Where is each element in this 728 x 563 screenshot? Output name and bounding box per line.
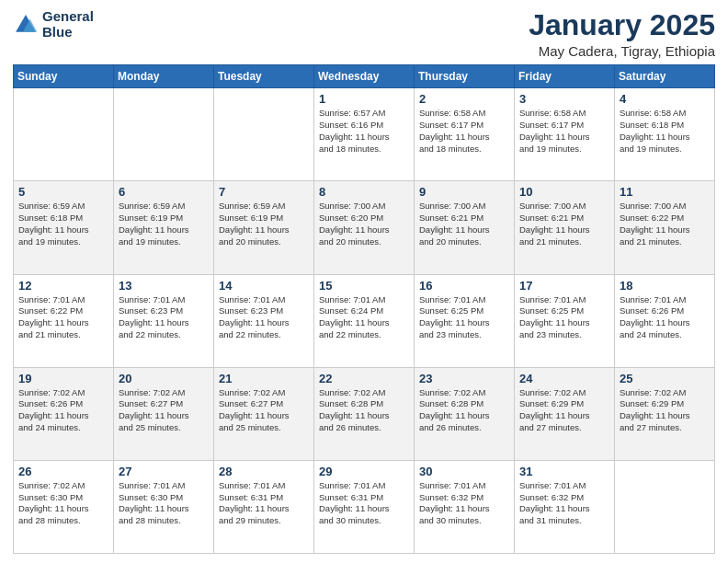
day-info: Sunrise: 7:00 AMSunset: 6:21 PMDaylight:… (419, 201, 509, 247)
day-info: Sunrise: 7:02 AMSunset: 6:29 PMDaylight:… (620, 387, 710, 434)
calendar-cell: 29Sunrise: 7:01 AMSunset: 6:31 PMDayligh… (314, 460, 415, 553)
day-number: 15 (319, 279, 409, 293)
day-info: Sunrise: 6:59 AMSunset: 6:18 PMDaylight:… (18, 201, 108, 247)
day-info: Sunrise: 7:00 AMSunset: 6:22 PMDaylight:… (620, 201, 710, 247)
day-info: Sunrise: 6:58 AMSunset: 6:17 PMDaylight:… (419, 108, 509, 155)
day-info: Sunrise: 7:01 AMSunset: 6:31 PMDaylight:… (319, 480, 409, 527)
weekday-header-wednesday: Wednesday (314, 65, 415, 88)
location-title: May Cadera, Tigray, Ethiopia (529, 43, 715, 59)
calendar-cell: 21Sunrise: 7:02 AMSunset: 6:27 PMDayligh… (214, 367, 314, 460)
day-info: Sunrise: 7:01 AMSunset: 6:24 PMDaylight:… (319, 294, 409, 341)
day-number: 1 (319, 92, 409, 106)
calendar-cell: 9Sunrise: 7:00 AMSunset: 6:21 PMDaylight… (415, 181, 515, 274)
weekday-header-thursday: Thursday (415, 65, 515, 88)
weekday-header-saturday: Saturday (615, 65, 715, 88)
calendar-table: SundayMondayTuesdayWednesdayThursdayFrid… (13, 64, 715, 554)
calendar-cell: 7Sunrise: 6:59 AMSunset: 6:19 PMDaylight… (214, 181, 314, 274)
day-number: 30 (419, 465, 509, 478)
logo-line2: Blue (42, 25, 94, 40)
day-info: Sunrise: 6:59 AMSunset: 6:19 PMDaylight:… (219, 201, 309, 247)
day-number: 12 (18, 279, 108, 293)
day-number: 2 (419, 92, 509, 106)
calendar-cell: 22Sunrise: 7:02 AMSunset: 6:28 PMDayligh… (314, 367, 415, 460)
day-number: 10 (519, 185, 609, 199)
day-info: Sunrise: 6:59 AMSunset: 6:19 PMDaylight:… (119, 201, 209, 247)
calendar-cell: 14Sunrise: 7:01 AMSunset: 6:23 PMDayligh… (214, 274, 314, 367)
day-info: Sunrise: 7:02 AMSunset: 6:27 PMDaylight:… (119, 387, 209, 434)
day-number: 29 (319, 465, 409, 478)
calendar-cell: 3Sunrise: 6:58 AMSunset: 6:17 PMDaylight… (515, 88, 615, 181)
day-number: 20 (119, 372, 209, 385)
calendar-cell: 12Sunrise: 7:01 AMSunset: 6:22 PMDayligh… (14, 274, 114, 367)
day-info: Sunrise: 7:00 AMSunset: 6:21 PMDaylight:… (519, 201, 609, 247)
calendar-cell (14, 88, 114, 181)
day-info: Sunrise: 7:02 AMSunset: 6:27 PMDaylight:… (219, 387, 309, 434)
day-number: 17 (519, 279, 609, 293)
day-info: Sunrise: 7:00 AMSunset: 6:20 PMDaylight:… (319, 201, 409, 247)
day-info: Sunrise: 7:02 AMSunset: 6:30 PMDaylight:… (18, 480, 108, 527)
calendar-cell: 8Sunrise: 7:00 AMSunset: 6:20 PMDaylight… (314, 181, 415, 274)
calendar-cell: 31Sunrise: 7:01 AMSunset: 6:32 PMDayligh… (515, 460, 615, 553)
logo: General Blue (13, 9, 94, 40)
day-number: 11 (620, 185, 710, 199)
calendar-cell: 17Sunrise: 7:01 AMSunset: 6:25 PMDayligh… (515, 274, 615, 367)
calendar-cell (214, 88, 314, 181)
calendar-cell: 20Sunrise: 7:02 AMSunset: 6:27 PMDayligh… (114, 367, 214, 460)
day-info: Sunrise: 6:57 AMSunset: 6:16 PMDaylight:… (319, 108, 409, 155)
calendar-cell: 18Sunrise: 7:01 AMSunset: 6:26 PMDayligh… (615, 274, 715, 367)
calendar-week-2: 5Sunrise: 6:59 AMSunset: 6:18 PMDaylight… (14, 181, 715, 274)
day-number: 7 (219, 185, 309, 199)
day-number: 14 (219, 279, 309, 293)
calendar-cell: 23Sunrise: 7:02 AMSunset: 6:28 PMDayligh… (415, 367, 515, 460)
calendar-week-5: 26Sunrise: 7:02 AMSunset: 6:30 PMDayligh… (14, 460, 715, 553)
calendar-cell: 10Sunrise: 7:00 AMSunset: 6:21 PMDayligh… (515, 181, 615, 274)
day-info: Sunrise: 7:01 AMSunset: 6:23 PMDaylight:… (219, 294, 309, 341)
day-number: 16 (419, 279, 509, 293)
day-number: 9 (419, 185, 509, 199)
day-number: 19 (18, 372, 108, 385)
calendar-cell: 15Sunrise: 7:01 AMSunset: 6:24 PMDayligh… (314, 274, 415, 367)
day-info: Sunrise: 7:01 AMSunset: 6:22 PMDaylight:… (18, 294, 108, 341)
calendar-cell: 25Sunrise: 7:02 AMSunset: 6:29 PMDayligh… (615, 367, 715, 460)
calendar-week-3: 12Sunrise: 7:01 AMSunset: 6:22 PMDayligh… (14, 274, 715, 367)
day-info: Sunrise: 7:01 AMSunset: 6:25 PMDaylight:… (519, 294, 609, 341)
calendar-cell: 5Sunrise: 6:59 AMSunset: 6:18 PMDaylight… (14, 181, 114, 274)
calendar-cell: 16Sunrise: 7:01 AMSunset: 6:25 PMDayligh… (415, 274, 515, 367)
day-number: 22 (319, 372, 409, 385)
calendar-cell: 19Sunrise: 7:02 AMSunset: 6:26 PMDayligh… (14, 367, 114, 460)
month-title: January 2025 (529, 9, 715, 41)
day-number: 31 (519, 465, 609, 478)
calendar-cell: 30Sunrise: 7:01 AMSunset: 6:32 PMDayligh… (415, 460, 515, 553)
day-info: Sunrise: 7:01 AMSunset: 6:25 PMDaylight:… (419, 294, 509, 341)
page: General Blue January 2025 May Cadera, Ti… (0, 0, 728, 563)
day-number: 3 (519, 92, 609, 106)
logo-icon (13, 12, 39, 38)
day-number: 6 (119, 185, 209, 199)
weekday-header-tuesday: Tuesday (214, 65, 314, 88)
calendar-cell: 6Sunrise: 6:59 AMSunset: 6:19 PMDaylight… (114, 181, 214, 274)
day-number: 18 (620, 279, 710, 293)
day-info: Sunrise: 7:01 AMSunset: 6:32 PMDaylight:… (519, 480, 609, 527)
day-info: Sunrise: 7:01 AMSunset: 6:30 PMDaylight:… (119, 480, 209, 527)
day-number: 27 (119, 465, 209, 478)
logo-line1: General (42, 9, 94, 25)
calendar-cell (615, 460, 715, 553)
calendar-week-1: 1Sunrise: 6:57 AMSunset: 6:16 PMDaylight… (14, 88, 715, 181)
calendar-cell: 28Sunrise: 7:01 AMSunset: 6:31 PMDayligh… (214, 460, 314, 553)
day-number: 25 (620, 372, 710, 385)
weekday-header-row: SundayMondayTuesdayWednesdayThursdayFrid… (14, 65, 715, 88)
weekday-header-sunday: Sunday (14, 65, 114, 88)
day-number: 28 (219, 465, 309, 478)
calendar-week-4: 19Sunrise: 7:02 AMSunset: 6:26 PMDayligh… (14, 367, 715, 460)
day-info: Sunrise: 6:58 AMSunset: 6:17 PMDaylight:… (519, 108, 609, 155)
calendar-cell (114, 88, 214, 181)
day-info: Sunrise: 7:01 AMSunset: 6:23 PMDaylight:… (119, 294, 209, 341)
day-info: Sunrise: 7:01 AMSunset: 6:26 PMDaylight:… (620, 294, 710, 341)
header: General Blue January 2025 May Cadera, Ti… (13, 9, 715, 59)
day-number: 8 (319, 185, 409, 199)
day-number: 5 (18, 185, 108, 199)
calendar-cell: 24Sunrise: 7:02 AMSunset: 6:29 PMDayligh… (515, 367, 615, 460)
day-number: 4 (620, 92, 710, 106)
logo-text: General Blue (42, 9, 94, 40)
day-info: Sunrise: 6:58 AMSunset: 6:18 PMDaylight:… (620, 108, 710, 155)
